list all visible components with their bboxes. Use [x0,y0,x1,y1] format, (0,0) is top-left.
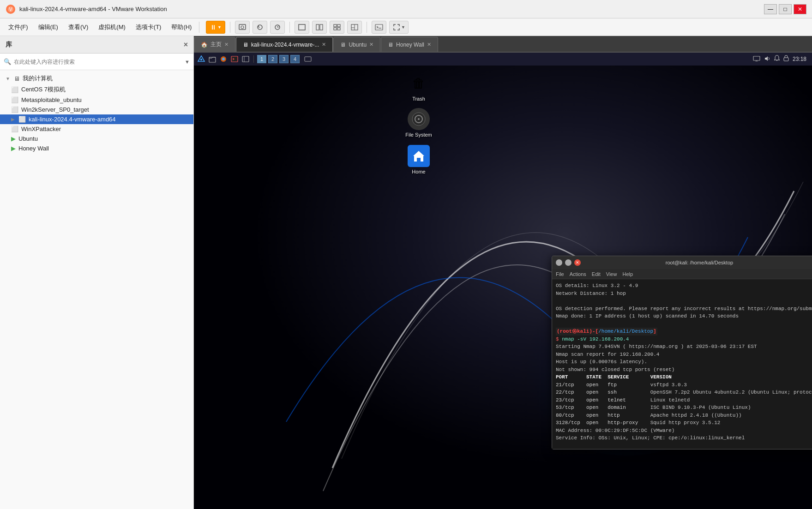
vm-screen[interactable]: 1 2 3 4 [194,53,812,509]
desktop-icon-trash[interactable]: 🗑 Trash [403,72,435,102]
pause-button[interactable]: ⏸ ▼ [206,21,225,34]
toolbar-icons: ⏸ ▼ [206,21,409,34]
kali-more-apps-icon[interactable] [241,54,250,64]
minimize-button[interactable]: — [764,4,777,14]
kali-terminal-icon[interactable] [230,54,239,64]
ubuntu-tab-label: Ubuntu [349,42,367,48]
running-icon-ubuntu: ▶ [11,135,16,142]
fullscreen-button[interactable]: ▼ [389,21,409,34]
menu-edit[interactable]: 编辑(E) [34,21,63,33]
computer-icon: 🖥 [14,75,20,82]
svg-rect-30 [753,56,760,60]
ubuntu-tab-close[interactable]: ✕ [369,42,373,48]
workspace-2-button[interactable]: 2 [268,55,277,63]
svg-rect-11 [337,24,340,27]
snapshot-revert-button[interactable] [253,21,267,34]
kali-monitor-icon [753,56,760,62]
tab-honeywall[interactable]: 🖥 Honey Wall ✕ [381,37,438,52]
winxp-label: WinXPattacker [21,126,61,132]
kali-tab-label: kali-linux-2024.4-vmware-... [251,42,319,48]
close-button[interactable]: ✕ [794,4,806,14]
workspace-1-button[interactable]: 1 [257,55,266,63]
split-view-button[interactable] [312,21,327,34]
search-input[interactable] [14,59,182,65]
terminal-minimize-button[interactable] [556,259,562,266]
kali-files-icon[interactable] [208,54,217,64]
svg-rect-13 [337,28,340,30]
sidebar-item-honeywall[interactable]: ▶ Honey Wall [0,144,193,153]
window-controls[interactable]: — □ ✕ [764,4,806,14]
console-button[interactable] [372,21,386,34]
single-view-button[interactable] [295,21,309,34]
kali-launcher-icon[interactable] [197,54,206,64]
menu-tabs[interactable]: 选项卡(T) [131,21,166,33]
fullscreen-dropdown-icon: ▼ [401,25,405,30]
centos-label: CentOS 7模拟机 [21,85,66,94]
tab-kali[interactable]: 🖥 kali-linux-2024.4-vmware-... ✕ [236,37,333,52]
workspace-4-button[interactable]: 4 [290,55,300,63]
menubar: 文件(F) 编辑(E) 查看(V) 虚拟机(M) 选项卡(T) 帮助(H) ⏸ … [0,18,812,36]
sidebar-search-bar[interactable]: 🔍 ▼ [0,54,193,70]
sidebar-item-metasploitable[interactable]: ⬜ Metasploitable_ubuntu [0,95,193,105]
term-prompt-user: (root㉿kali)-[ [557,329,598,334]
restore-button[interactable]: □ [779,4,792,14]
collapse-arrow-icon: ▼ [6,76,10,81]
terminal-close-button[interactable]: ✕ [574,259,581,266]
kali-active-window-icon[interactable] [303,54,313,64]
term-cmd-1: $ nmap -sV 192.168.200.4 [556,335,812,343]
terminal-menu-actions[interactable]: Actions [570,271,586,277]
terminal-menu-edit[interactable]: Edit [592,271,601,277]
app-icon: V [6,4,16,14]
home-desktop-label: Home [412,169,425,174]
kali-browser-icon[interactable] [219,54,228,64]
terminal-menu-file[interactable]: File [556,271,564,277]
kali-volume-icon[interactable] [764,55,770,63]
sidebar-item-kali[interactable]: ▶ ⬜ kali-linux-2024.4-vmware-amd64 [0,114,193,124]
menu-help[interactable]: 帮助(H) [167,21,196,33]
honeywall-label: Honey Wall [18,145,49,152]
home-tab-close[interactable]: ✕ [224,42,229,48]
quad-view-button[interactable] [330,21,344,34]
svg-rect-17 [375,24,383,30]
svg-text:V: V [9,7,12,12]
svg-point-37 [418,118,420,120]
desktop-icon-home[interactable]: Home [403,145,435,174]
terminal-window[interactable]: ✕ root@kali: /home/kali/Desktop File Act… [552,256,812,449]
workspace-3-button[interactable]: 3 [279,55,289,63]
svg-rect-27 [242,56,249,62]
svg-rect-38 [417,158,421,162]
metasploitable-label: Metasploitable_ubuntu [21,96,82,103]
tree-root-mycomputer[interactable]: ▼ 🖥 我的计算机 [0,73,193,84]
vm-icon-win2k: ⬜ [11,106,18,113]
terminal-body[interactable]: OS details: Linux 3.2 - 4.9 Network Dist… [552,279,812,449]
sidebar-item-centos[interactable]: ⬜ CentOS 7模拟机 [0,84,193,95]
honeywall-tab-close[interactable]: ✕ [427,42,431,48]
menu-view[interactable]: 查看(V) [64,21,93,33]
tab-ubuntu[interactable]: 🖥 Ubuntu ✕ [333,37,380,52]
sidebar-item-ubuntu[interactable]: ▶ Ubuntu [0,134,193,144]
sidebar-close-button[interactable]: × [184,41,188,49]
svg-rect-10 [334,24,337,27]
sidebar-library: 库 × 🔍 ▼ ▼ 🖥 我的计算机 ⬜ CentOS 7模拟机 ⬜ Metasp… [0,36,194,509]
kali-notifications-icon[interactable] [774,55,780,63]
ubuntu-tab-icon: 🖥 [340,42,346,48]
terminal-menu-help[interactable]: Help [622,271,633,277]
term-port-21: 21/tcp open ftp vsftpd 3.0.3 [556,381,812,389]
snapshot-button[interactable] [270,21,285,34]
sidebar-item-win2k[interactable]: ⬜ Win2kServer_SP0_target [0,105,193,114]
kali-tab-close[interactable]: ✕ [322,42,326,48]
menu-file[interactable]: 文件(F) [4,21,33,33]
term-port-23: 23/tcp open telnet Linux telnetd [556,396,812,404]
term-port-22: 22/tcp open ssh OpenSSH 7.2p2 Ubuntu 4ub… [556,389,812,396]
sidebar-item-winxp[interactable]: ⬜ WinXPattacker [0,124,193,134]
terminal-maximize-button[interactable] [565,259,571,266]
kali-system-tray: 23:18 [753,55,809,63]
terminal-menu-view[interactable]: View [606,271,617,277]
screenshot-button[interactable] [235,21,250,34]
search-dropdown-icon[interactable]: ▼ [185,59,190,65]
term-blank [556,442,812,449]
tab-home[interactable]: 🏠 主页 ✕ [194,37,235,52]
custom-view-button[interactable] [347,21,362,34]
menu-vm[interactable]: 虚拟机(M) [94,21,130,33]
desktop-icon-filesystem[interactable]: File System [403,108,435,138]
